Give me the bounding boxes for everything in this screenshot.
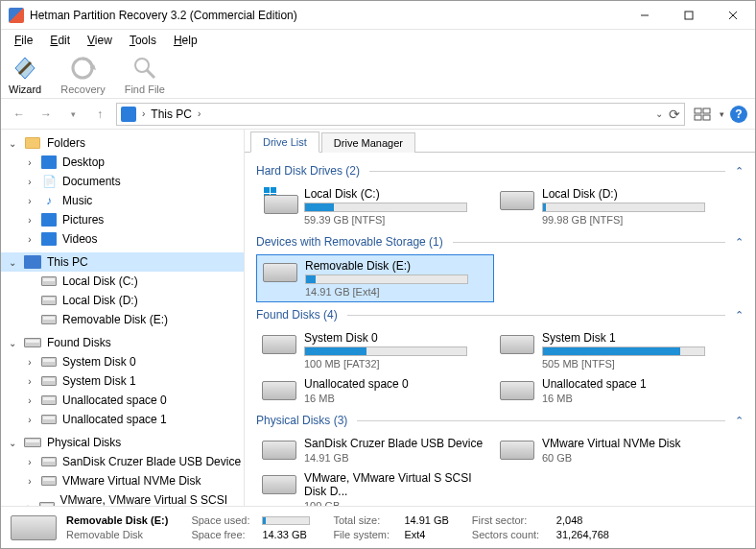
usage-bar	[305, 274, 468, 284]
status-name: Removable Disk (E:)	[66, 514, 168, 526]
recovery-label: Recovery	[60, 84, 105, 95]
findfile-button[interactable]: Find File	[125, 55, 165, 95]
folder-icon	[25, 137, 40, 149]
wizard-icon	[12, 55, 38, 82]
disk-icon	[41, 357, 57, 367]
sidebar-item-sysdisk0[interactable]: ›System Disk 0	[1, 352, 244, 371]
refresh-icon[interactable]: ⟳	[669, 107, 680, 122]
view-options-button[interactable]	[691, 105, 714, 124]
menubar: File Edit View Tools Help	[1, 30, 755, 51]
tree-head-physical[interactable]: ⌄ Physical Disks	[1, 433, 244, 452]
menu-tools[interactable]: Tools	[122, 32, 164, 49]
tree-head-found[interactable]: ⌄ Found Disks	[1, 333, 244, 352]
tree-head-thispc[interactable]: ⌄ This PC	[1, 252, 244, 272]
sidebar-item-scsi[interactable]: ›VMware, VMware Virtual S SCSI Disk Devi…	[1, 490, 244, 506]
statusbar: Removable Disk (E:) Removable Disk Space…	[1, 506, 755, 548]
section-physical[interactable]: Physical Disks (3) ⌃	[256, 414, 744, 427]
drive-icon	[262, 475, 296, 494]
disk-icon	[24, 338, 41, 347]
drive-scsi[interactable]: VMware, VMware Virtual S SCSI Disk D... …	[256, 467, 494, 506]
sidebar-item-music[interactable]: ›♪Music	[1, 191, 244, 210]
nav-back-button[interactable]: ←	[9, 104, 30, 125]
menu-help[interactable]: Help	[166, 32, 205, 49]
pictures-icon	[41, 213, 57, 227]
desktop-icon	[41, 155, 57, 169]
collapse-icon: ⌃	[735, 309, 744, 322]
tab-drive-list[interactable]: Drive List	[250, 131, 319, 153]
menu-view[interactable]: View	[80, 32, 120, 49]
tree-head-folders[interactable]: ⌄ Folders	[1, 133, 244, 153]
sidebar-item-nvme[interactable]: ›VMware Virtual NVMe Disk	[1, 471, 244, 490]
chevron-down-icon[interactable]: ▾	[720, 109, 724, 119]
usage-bar	[542, 346, 705, 356]
minimize-button[interactable]	[623, 1, 667, 30]
drive-icon	[500, 381, 534, 400]
nav-history-button[interactable]: ▾	[62, 104, 83, 125]
tree-thispc: ⌄ This PC Local Disk (C:) Local Disk (D:…	[1, 252, 244, 329]
toolbar: Wizard Recovery Find File	[1, 51, 755, 99]
sidebar-item-pictures[interactable]: ›Pictures	[1, 210, 244, 229]
drive-icon	[262, 335, 296, 354]
drive-icon	[500, 191, 534, 210]
wizard-button[interactable]: Wizard	[9, 55, 41, 95]
drive-sandisk[interactable]: SanDisk Cruzer Blade USB Device 14.91 GB	[256, 433, 494, 467]
sidebar-item-unalloc0[interactable]: ›Unallocated space 0	[1, 391, 244, 410]
disk-icon	[41, 376, 57, 386]
sidebar-item-sandisk[interactable]: ›SanDisk Cruzer Blade USB Device	[1, 452, 244, 471]
section-found[interactable]: Found Disks (4) ⌃	[256, 308, 744, 322]
findfile-label: Find File	[125, 84, 165, 95]
tab-drive-manager[interactable]: Drive Manager	[321, 132, 415, 153]
videos-icon	[41, 232, 57, 246]
sidebar-item-removable-e[interactable]: Removable Disk (E:)	[1, 310, 244, 329]
sidebar-item-desktop[interactable]: ›Desktop	[1, 153, 244, 172]
drive-removable-e[interactable]: Removable Disk (E:) 14.91 GB [Ext4]	[256, 254, 494, 302]
expand-icon: ⌄	[7, 257, 18, 268]
svg-rect-12	[703, 115, 710, 120]
close-button[interactable]	[711, 1, 755, 30]
menu-edit[interactable]: Edit	[42, 32, 78, 49]
recovery-button[interactable]: Recovery	[60, 55, 105, 95]
expand-icon: ⌄	[7, 138, 18, 149]
sidebar-item-videos[interactable]: ›Videos	[1, 229, 244, 249]
drive-local-c[interactable]: Local Disk (C:) 59.39 GB [NTFS]	[256, 183, 494, 229]
svg-rect-9	[695, 108, 701, 113]
tree-label: Found Disks	[47, 336, 111, 349]
chevron-right-icon: ›	[196, 108, 202, 119]
drive-nvme[interactable]: VMware Virtual NVMe Disk 60 GB	[494, 433, 732, 467]
drive-list: Hard Disk Drives (2) ⌃ Local Disk (C:) 5…	[245, 153, 755, 506]
drive-unalloc1[interactable]: Unallocated space 1 16 MB	[494, 373, 732, 408]
disk-icon	[41, 415, 57, 424]
windows-drive-icon	[264, 187, 295, 214]
disk-icon	[41, 276, 57, 286]
breadcrumb-text: This PC	[151, 107, 192, 121]
sidebar-item-sysdisk1[interactable]: ›System Disk 1	[1, 371, 244, 391]
svg-point-7	[135, 59, 149, 72]
titlebar: Hetman Partition Recovery 3.2 (Commercia…	[1, 1, 755, 30]
nav-up-button[interactable]: ↑	[89, 104, 110, 125]
pc-icon	[24, 255, 41, 269]
drive-sysdisk0[interactable]: System Disk 0 100 MB [FAT32]	[256, 327, 494, 373]
help-button[interactable]: ?	[730, 106, 747, 123]
tabs: Drive List Drive Manager	[245, 130, 755, 153]
sidebar-item-documents[interactable]: ›📄Documents	[1, 172, 244, 191]
menu-file[interactable]: File	[7, 32, 40, 49]
content: Drive List Drive Manager Hard Disk Drive…	[245, 130, 755, 506]
drive-sysdisk1[interactable]: System Disk 1 505 MB [NTFS]	[494, 327, 732, 373]
section-hdd[interactable]: Hard Disk Drives (2) ⌃	[256, 164, 744, 178]
drive-icon	[11, 515, 57, 540]
sidebar-item-local-d[interactable]: Local Disk (D:)	[1, 291, 244, 310]
drive-local-d[interactable]: Local Disk (D:) 99.98 GB [NTFS]	[494, 183, 732, 229]
sidebar-item-local-c[interactable]: Local Disk (C:)	[1, 272, 244, 291]
chevron-down-icon[interactable]: ⌄	[655, 108, 663, 119]
usage-bar	[304, 203, 467, 212]
section-removable[interactable]: Devices with Removable Storage (1) ⌃	[256, 235, 744, 249]
window-title: Hetman Partition Recovery 3.2 (Commercia…	[30, 9, 623, 22]
sidebar-item-unalloc1[interactable]: ›Unallocated space 1	[1, 410, 244, 429]
maximize-button[interactable]	[667, 1, 711, 30]
collapse-icon: ⌃	[735, 165, 744, 178]
nav-forward-button[interactable]: →	[35, 104, 57, 125]
drive-icon	[262, 441, 296, 460]
breadcrumb[interactable]: › This PC › ⌄ ⟳	[116, 103, 685, 126]
drive-icon	[500, 441, 534, 460]
drive-unalloc0[interactable]: Unallocated space 0 16 MB	[256, 373, 494, 408]
